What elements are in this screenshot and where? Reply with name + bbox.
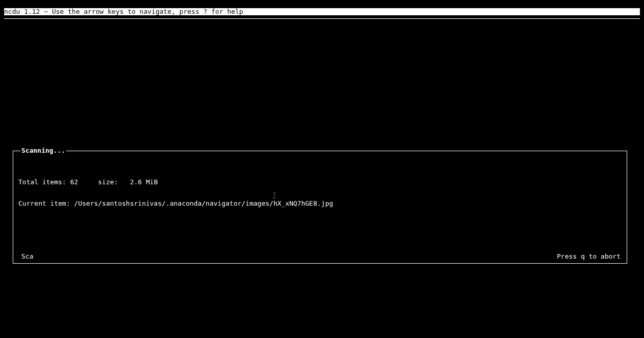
scanning-dialog-title: Scanning...	[20, 147, 66, 154]
total-items-label: Total items:	[18, 178, 66, 186]
scanning-dialog: Scanning... Total items: 62 size: 2.6 Mi…	[13, 151, 627, 264]
header-bar: ncdu 1.12 ~ Use the arrow keys to naviga…	[4, 8, 640, 15]
size-value: 2.6 MiB	[130, 178, 158, 186]
current-item-label: Current item:	[18, 200, 70, 207]
footer-left-text: Sca	[21, 253, 33, 260]
total-items-value: 62	[70, 178, 78, 186]
current-item-value: /Users/santoshsrinivas/.anaconda/navigat…	[74, 200, 333, 207]
scanning-dialog-content: Total items: 62 size: 2.6 MiB Current it…	[13, 151, 627, 224]
scan-stats-line: Total items: 62 size: 2.6 MiB	[18, 179, 622, 186]
current-item-line: Current item: /Users/santoshsrinivas/.an…	[18, 200, 622, 207]
abort-hint[interactable]: Press q to abort	[557, 253, 621, 260]
size-label: size:	[98, 178, 118, 186]
scanning-dialog-footer: Sca Press q to abort	[13, 253, 627, 263]
divider-line: ────────────────────────────────────────…	[4, 15, 640, 22]
